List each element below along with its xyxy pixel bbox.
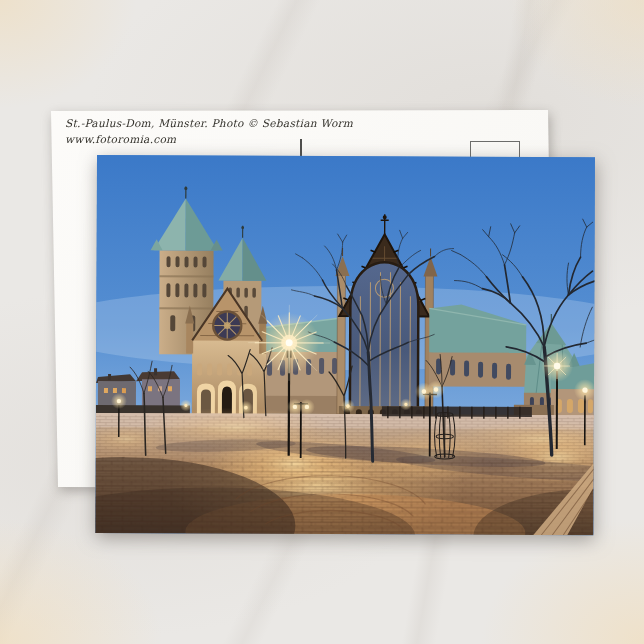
houses-left: [96, 368, 190, 415]
cathedral-photo: [95, 155, 595, 535]
postcard-front-shadow: [0, 0, 644, 644]
marble-background: St.-Paulus-Dom, Münster. Photo © Sebasti…: [0, 0, 644, 644]
postcard-front: [95, 155, 595, 535]
